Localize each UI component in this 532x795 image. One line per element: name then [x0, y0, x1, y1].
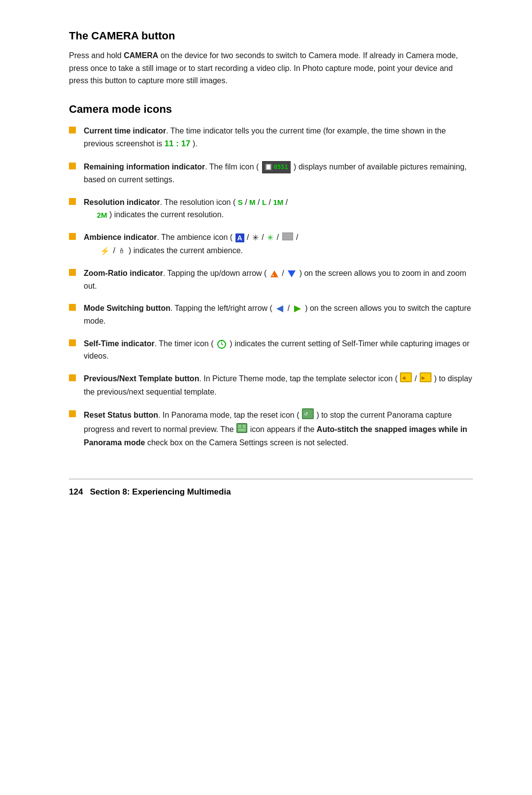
bullet-icon-zoom-ratio	[69, 269, 76, 276]
bullet-content-resolution: Resolution indicator. The resolution ico…	[84, 196, 473, 222]
bullet-content-remaining-info: Remaining information indicator. The fil…	[84, 161, 473, 186]
camera-mode-icons-title: Camera mode icons	[69, 103, 473, 116]
resolution-label: Resolution indicator	[84, 198, 160, 206]
list-item-ambience: Ambience indicator. The ambience icon ( …	[69, 231, 473, 257]
zoom-ratio-label: Zoom-Ratio indicator	[84, 269, 163, 277]
svg-text:↺: ↺	[304, 411, 308, 417]
bullet-content-mode-switching: Mode Switching button. Tapping the left/…	[84, 302, 473, 327]
list-item-mode-switching: Mode Switching button. Tapping the left/…	[69, 302, 473, 327]
svg-text:◀: ◀	[402, 375, 405, 380]
bullet-content-zoom-ratio: Zoom-Ratio indicator. Tapping the up/dow…	[84, 267, 473, 292]
svg-marker-7	[288, 270, 296, 277]
timer-icon	[217, 339, 227, 349]
time-highlight: 11 : 17	[165, 139, 191, 148]
bullet-icon-prev-next-template	[69, 374, 76, 381]
svg-rect-2	[266, 165, 270, 169]
svg-rect-4	[283, 233, 293, 240]
bullet-content-ambience: Ambience indicator. The ambience icon ( …	[84, 231, 473, 257]
remaining-info-label: Remaining information indicator	[84, 163, 205, 171]
zoom-up-icon: +	[269, 269, 279, 279]
camera-button-title: The CAMERA button	[69, 30, 473, 42]
bullet-icon-ambience	[69, 233, 76, 240]
reset-status-label: Reset Status button	[84, 411, 158, 419]
zoom-down-icon	[287, 269, 297, 279]
film-icon: 0551	[262, 161, 291, 173]
list-item-prev-next-template: Previous/Next Template button. In Pictur…	[69, 372, 473, 398]
ambience-star-icon: ✳	[267, 232, 273, 244]
bullet-icon-remaining-info	[69, 163, 76, 169]
svg-line-13	[222, 344, 223, 345]
res-2m-icon: 2M	[97, 209, 107, 221]
res-l-icon: L	[262, 197, 266, 208]
bullet-icon-reset-status	[69, 410, 76, 417]
bullet-content-prev-next-template: Previous/Next Template button. In Pictur…	[84, 372, 473, 398]
svg-rect-27	[238, 429, 246, 431]
svg-rect-26	[242, 425, 246, 428]
bullet-icon-self-time	[69, 339, 76, 346]
camera-button-body: Press and hold CAMERA on the device for …	[69, 49, 473, 87]
list-item-current-time: Current time indicator. The time indicat…	[69, 125, 473, 151]
footer-section-text: Section 8: Experiencing Multimedia	[90, 487, 231, 497]
list-item-zoom-ratio: Zoom-Ratio indicator. Tapping the up/dow…	[69, 267, 473, 292]
mode-switching-label: Mode Switching button	[84, 304, 170, 312]
arrow-right-icon	[293, 304, 302, 314]
bullet-content-reset-status: Reset Status button. In Panorama mode, t…	[84, 408, 473, 449]
bullet-icon-current-time	[69, 127, 76, 133]
bullet-content-current-time: Current time indicator. The time indicat…	[84, 125, 473, 151]
svg-marker-8	[276, 305, 283, 312]
prev-next-template-label: Previous/Next Template button	[84, 374, 199, 383]
self-time-label: Self-Time indicator	[84, 339, 155, 348]
footer-page-number: 124	[69, 487, 83, 497]
ambience-label: Ambience indicator	[84, 233, 157, 241]
bullet-icon-resolution	[69, 198, 76, 205]
svg-marker-9	[294, 305, 301, 312]
template-prev-icon: ◀	[400, 372, 412, 386]
bullet-icon-mode-switching	[69, 304, 76, 311]
res-1m-icon: 1M	[273, 197, 283, 208]
svg-text:▶: ▶	[422, 375, 425, 380]
camera-mode-icons-list: Current time indicator. The time indicat…	[69, 125, 473, 449]
panorama-icon2	[236, 423, 247, 437]
list-item-self-time: Self-Time indicator. The timer icon ( ) …	[69, 337, 473, 363]
footer-bar: 124 Section 8: Experiencing Multimedia	[69, 479, 473, 497]
panorama-reset-icon: ↺	[302, 408, 314, 423]
template-next-icon: ▶	[420, 372, 432, 386]
bullet-content-self-time: Self-Time indicator. The timer icon ( ) …	[84, 337, 473, 363]
arrow-left-icon	[275, 304, 285, 314]
list-item-reset-status: Reset Status button. In Panorama mode, t…	[69, 408, 473, 449]
ambience-a-icon: A	[235, 233, 244, 242]
ambience-cloud-icon	[282, 232, 293, 244]
list-item-resolution: Resolution indicator. The resolution ico…	[69, 196, 473, 222]
ambience-flash-icon: ⚡	[100, 245, 110, 258]
list-item-remaining-info: Remaining information indicator. The fil…	[69, 161, 473, 186]
ambience-candle-icon: 🕯	[118, 245, 125, 256]
current-time-label: Current time indicator	[84, 127, 166, 135]
main-content: The CAMERA button Press and hold CAMERA …	[69, 30, 473, 497]
svg-rect-25	[238, 425, 241, 428]
res-m-icon: M	[249, 197, 256, 208]
svg-text:+: +	[272, 273, 274, 278]
res-s-icon: S	[238, 197, 243, 208]
ambience-sun-icon: ✳	[252, 232, 259, 244]
